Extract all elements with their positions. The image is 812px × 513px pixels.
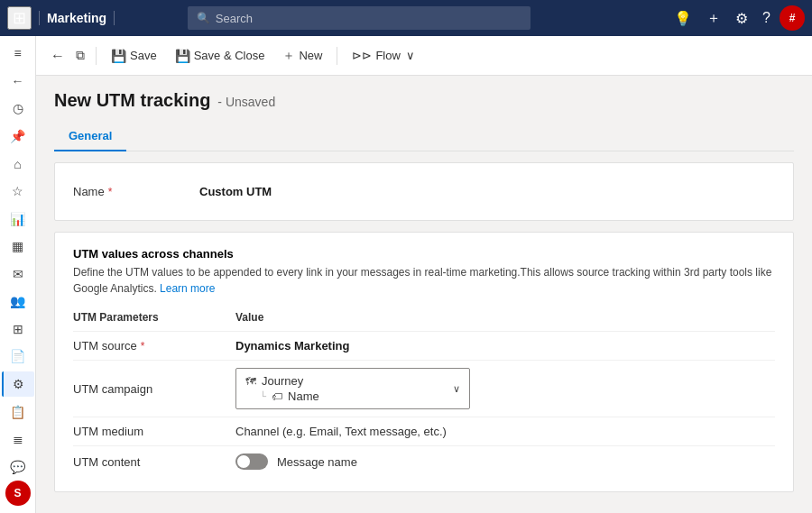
- dropdown-chevron-icon: ∨: [453, 383, 460, 395]
- utm-medium-value: Channel (e.g. Email, Text message, etc.): [235, 425, 775, 438]
- utm-medium-row: UTM medium Channel (e.g. Email, Text mes…: [73, 417, 775, 445]
- flow-button[interactable]: ⊳⊳ Flow ∨: [345, 45, 421, 66]
- sidebar-item-recent[interactable]: ◷: [2, 96, 34, 122]
- main-area: ← ⧉ 💾 Save 💾 Save & Close ＋ New ⊳⊳ Flow …: [36, 36, 812, 513]
- settings-button[interactable]: ⚙: [730, 6, 753, 31]
- utm-source-param: UTM source *: [73, 339, 235, 353]
- page-header: New UTM tracking - Unsaved: [54, 90, 794, 111]
- dropdown-item-journey: 🗺 Journey: [245, 374, 319, 388]
- sidebar-item-menu[interactable]: ≡: [2, 41, 34, 67]
- tabs: General: [54, 122, 794, 151]
- sidebar-item-pinned[interactable]: 📌: [2, 124, 34, 150]
- name-value: Custom UTM: [199, 185, 272, 198]
- dropdown-item-name: └ 🏷 Name: [245, 389, 319, 403]
- search-box: 🔍: [188, 6, 531, 30]
- utm-content-param: UTM content: [73, 455, 235, 469]
- sidebar-item-doc[interactable]: 📄: [2, 344, 34, 370]
- message-name-toggle[interactable]: [235, 453, 268, 470]
- utm-source-row: UTM source * Dynamics Marketing: [73, 331, 775, 360]
- waffle-button[interactable]: ⊞: [7, 6, 32, 30]
- journey-icon: 🗺: [245, 375, 256, 388]
- help-button[interactable]: ?: [757, 6, 776, 30]
- utm-campaign-value: 🗺 Journey └ 🏷 Name ∨: [235, 368, 775, 409]
- page-title: New UTM tracking: [54, 90, 210, 111]
- utm-medium-param: UTM medium: [73, 425, 235, 438]
- toggle-label: Message name: [277, 455, 357, 469]
- name-icon: 🏷: [272, 390, 282, 403]
- new-icon: ＋: [282, 48, 295, 64]
- utm-campaign-param: UTM campaign: [73, 382, 235, 396]
- flow-icon: ⊳⊳: [352, 49, 372, 62]
- utm-card: UTM values across channels Define the UT…: [54, 232, 794, 492]
- chevron-down-icon: ∨: [406, 49, 415, 62]
- sidebar-item-grid[interactable]: ⊞: [2, 316, 34, 343]
- save-button[interactable]: 💾 Save: [104, 45, 164, 67]
- new-button[interactable]: ＋ New: [275, 44, 329, 68]
- sidebar-item-chat[interactable]: 💬: [2, 453, 34, 480]
- utm-source-required: *: [141, 340, 145, 353]
- sidebar-item-people[interactable]: 👥: [2, 289, 34, 315]
- utm-content-row: UTM content Message name: [73, 445, 775, 477]
- page-status: - Unsaved: [217, 95, 275, 109]
- sidebar-item-settings[interactable]: ⚙: [2, 371, 34, 398]
- app-brand: Marketing: [39, 11, 115, 25]
- tab-general[interactable]: General: [54, 122, 126, 151]
- sidebar-item-list[interactable]: ≣: [2, 426, 34, 453]
- toolbar-separator-2: [337, 47, 337, 65]
- back-button[interactable]: ←: [47, 44, 69, 68]
- save-icon: 💾: [111, 49, 126, 63]
- utm-title: UTM values across channels: [73, 247, 775, 261]
- sidebar-item-chart[interactable]: 📊: [2, 206, 34, 232]
- user-avatar[interactable]: #: [780, 5, 805, 31]
- name-label: Name *: [73, 185, 199, 198]
- dropdown-tree: 🗺 Journey └ 🏷 Name: [245, 374, 319, 403]
- toolbar-separator: [96, 47, 97, 65]
- search-input[interactable]: [216, 12, 521, 25]
- utm-content-value: Message name: [235, 453, 775, 470]
- sidebar-item-message[interactable]: ✉: [2, 261, 34, 288]
- tree-connector: └: [260, 391, 266, 401]
- restore-button[interactable]: ⧉: [72, 44, 88, 67]
- page-body: New UTM tracking - Unsaved General Name …: [36, 76, 812, 507]
- learn-more-link[interactable]: Learn more: [160, 282, 215, 295]
- sidebar: ≡ ← ◷ 📌 ⌂ ☆ 📊 ▦ ✉ 👥 ⊞ 📄 ⚙ 📋 ≣ 💬 S: [0, 36, 36, 513]
- name-row: Name * Custom UTM: [73, 178, 775, 206]
- utm-header-value: Value: [235, 311, 263, 324]
- name-card: Name * Custom UTM: [54, 162, 794, 221]
- utm-campaign-dropdown[interactable]: 🗺 Journey └ 🏷 Name ∨: [235, 368, 470, 409]
- utm-source-value: Dynamics Marketing: [235, 339, 775, 353]
- sidebar-item-home[interactable]: ⌂: [2, 151, 34, 177]
- utm-header-param: UTM Parameters: [73, 311, 235, 324]
- search-icon: 🔍: [197, 12, 210, 24]
- lightbulb-button[interactable]: 💡: [669, 6, 697, 31]
- sidebar-item-reports[interactable]: 📋: [2, 398, 34, 425]
- save-close-icon: 💾: [175, 49, 190, 63]
- save-close-button[interactable]: 💾 Save & Close: [168, 45, 272, 67]
- toolbar: ← ⧉ 💾 Save 💾 Save & Close ＋ New ⊳⊳ Flow …: [36, 36, 812, 76]
- topbar-icons: 💡 ＋ ⚙ ? #: [669, 5, 805, 32]
- utm-table-header: UTM Parameters Value: [73, 307, 775, 327]
- topbar: ⊞ Marketing 🔍 💡 ＋ ⚙ ? #: [0, 0, 812, 36]
- add-button[interactable]: ＋: [701, 5, 726, 32]
- name-required: *: [108, 186, 113, 198]
- toggle-thumb: [237, 455, 250, 468]
- sidebar-avatar[interactable]: S: [5, 481, 31, 506]
- utm-campaign-row: UTM campaign 🗺 Journey └ 🏷 Name: [73, 360, 775, 417]
- sidebar-item-back[interactable]: ←: [2, 69, 34, 95]
- sidebar-item-table[interactable]: ▦: [2, 234, 34, 260]
- sidebar-item-starred[interactable]: ☆: [2, 179, 34, 205]
- utm-description: Define the UTM values to be appended to …: [73, 264, 775, 297]
